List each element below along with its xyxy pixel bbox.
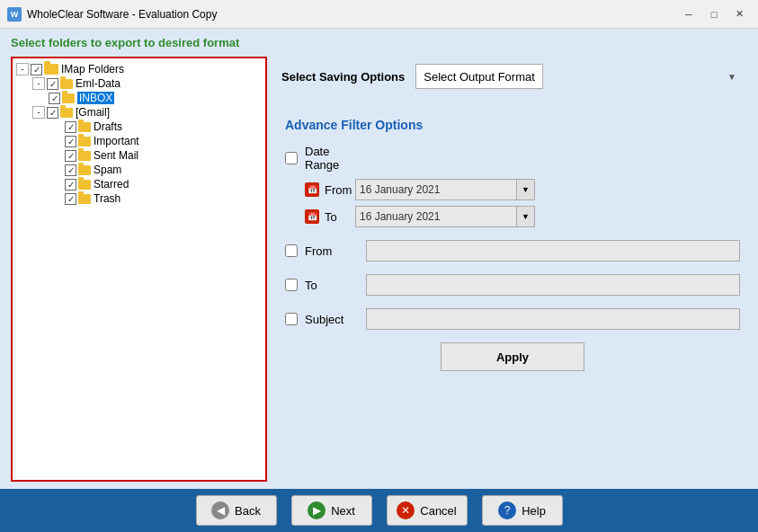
- checkbox-sentmail[interactable]: [65, 150, 76, 162]
- from-label: From: [305, 244, 359, 258]
- tree-item-emldata[interactable]: - Eml-Data: [16, 76, 262, 91]
- date-range-label: Date Range: [305, 145, 359, 172]
- date-from-dropdown[interactable]: ▼: [516, 180, 534, 200]
- checkbox-drafts[interactable]: [65, 121, 76, 133]
- window-content: Select folders to export to desired form…: [0, 29, 758, 489]
- output-format-wrapper: Select Output Format PST EML MSG MBOX PD…: [415, 64, 744, 89]
- checkbox-important[interactable]: [65, 136, 76, 147]
- date-from-value: 16 January 2021: [360, 183, 531, 196]
- label-imap: IMap Folders: [61, 63, 124, 75]
- from-checkbox[interactable]: [285, 244, 298, 257]
- close-button[interactable]: ✕: [727, 5, 751, 23]
- checkbox-inbox[interactable]: [49, 93, 60, 104]
- tree-item-trash[interactable]: Trash: [16, 191, 262, 206]
- window-controls: ─ □ ✕: [677, 5, 751, 23]
- main-area: - IMap Folders - Eml-Data INBOX -: [11, 57, 747, 482]
- saving-options-label: Select Saving Options: [281, 70, 405, 84]
- help-button[interactable]: ? Help: [482, 495, 563, 526]
- label-emldata: Eml-Data: [76, 77, 120, 90]
- tree-item-gmail[interactable]: - [Gmail]: [16, 105, 262, 120]
- folder-icon-trash: [78, 194, 91, 204]
- calendar-to-icon: 📅: [305, 209, 319, 224]
- help-icon: ?: [498, 501, 516, 519]
- tree-item-drafts[interactable]: Drafts: [16, 120, 262, 134]
- folder-icon-gmail: [60, 108, 73, 118]
- expand-emldata[interactable]: -: [32, 77, 45, 90]
- maximize-button[interactable]: □: [702, 5, 726, 23]
- to-input[interactable]: [366, 274, 740, 296]
- folder-icon-emldata: [60, 79, 73, 89]
- folder-icon-spam: [78, 165, 91, 175]
- filter-title: Advance Filter Options: [285, 118, 740, 132]
- next-button[interactable]: ▶ Next: [291, 495, 372, 526]
- tree-item-imap[interactable]: - IMap Folders: [16, 62, 262, 76]
- date-range-header: Date Range: [285, 145, 740, 172]
- apply-btn-row: Apply: [285, 342, 740, 371]
- checkbox-gmail[interactable]: [47, 107, 58, 119]
- label-trash: Trash: [94, 192, 120, 205]
- folder-panel: - IMap Folders - Eml-Data INBOX -: [11, 57, 267, 482]
- date-to-dropdown[interactable]: ▼: [516, 207, 534, 226]
- expand-imap[interactable]: -: [16, 63, 29, 75]
- label-inbox: INBOX: [77, 92, 114, 104]
- tree-item-inbox[interactable]: INBOX: [16, 91, 262, 105]
- title-bar: W WholeClear Software - Evaluation Copy …: [0, 0, 758, 29]
- folder-icon-imap: [44, 64, 58, 75]
- date-from-row: 📅 From 16 January 2021 ▼: [305, 179, 740, 200]
- from-input[interactable]: [366, 240, 740, 262]
- back-button[interactable]: ◀ Back: [196, 495, 277, 526]
- page-instruction: Select folders to export to desired form…: [11, 36, 747, 49]
- checkbox-imap[interactable]: [31, 64, 42, 75]
- checkbox-spam[interactable]: [65, 164, 76, 176]
- date-from-input[interactable]: 16 January 2021 ▼: [355, 179, 535, 200]
- tree-item-starred[interactable]: Starred: [16, 177, 262, 191]
- label-important: Important: [94, 135, 139, 147]
- to-checkbox[interactable]: [285, 279, 298, 291]
- next-icon: ▶: [308, 501, 325, 519]
- subject-input[interactable]: [366, 308, 740, 330]
- date-to-value: 16 January 2021: [360, 210, 531, 223]
- checkbox-starred[interactable]: [65, 179, 76, 191]
- output-format-select[interactable]: Select Output Format PST EML MSG MBOX PD…: [415, 64, 543, 89]
- cancel-button[interactable]: ✕ Cancel: [387, 495, 468, 526]
- date-rows: 📅 From 16 January 2021 ▼ 📅 To: [305, 179, 740, 227]
- minimize-button[interactable]: ─: [677, 5, 700, 23]
- checkbox-emldata[interactable]: [47, 78, 58, 90]
- label-sentmail: Sent Mail: [94, 149, 138, 162]
- label-gmail: [Gmail]: [76, 106, 110, 119]
- saving-options-row: Select Saving Options Select Output Form…: [278, 57, 747, 96]
- folder-icon-starred: [78, 180, 91, 190]
- title-bar-text: WholeClear Software - Evaluation Copy: [27, 8, 677, 21]
- tree-item-spam[interactable]: Spam: [16, 163, 262, 177]
- to-label: To: [305, 279, 359, 292]
- tree-item-important[interactable]: Important: [16, 134, 262, 148]
- back-label: Back: [235, 504, 261, 518]
- bottom-bar: ◀ Back ▶ Next ✕ Cancel ? Help: [0, 489, 758, 532]
- right-panel: Select Saving Options Select Output Form…: [278, 57, 747, 482]
- date-to-input[interactable]: 16 January 2021 ▼: [355, 206, 535, 227]
- cancel-label: Cancel: [420, 504, 456, 518]
- date-range-checkbox[interactable]: [285, 152, 298, 164]
- subject-checkbox[interactable]: [285, 313, 298, 325]
- date-to-label: To: [325, 210, 350, 224]
- subject-filter-row: Subject: [285, 308, 740, 330]
- folder-icon-inbox: [62, 93, 75, 103]
- date-from-label: From: [325, 183, 350, 197]
- label-drafts: Drafts: [94, 120, 122, 133]
- checkbox-trash[interactable]: [65, 193, 76, 205]
- calendar-from-icon: 📅: [305, 182, 319, 197]
- tree-item-sentmail[interactable]: Sent Mail: [16, 148, 262, 163]
- help-label: Help: [522, 504, 546, 518]
- to-filter-row: To: [285, 274, 740, 296]
- folder-icon-important: [78, 137, 91, 146]
- label-spam: Spam: [94, 164, 121, 176]
- select-arrow-icon: ▼: [727, 72, 736, 82]
- date-range-section: Date Range 📅 From 16 January 2021 ▼: [285, 145, 740, 227]
- back-icon: ◀: [211, 501, 229, 519]
- next-label: Next: [331, 504, 355, 518]
- apply-button[interactable]: Apply: [441, 342, 584, 371]
- folder-icon-sentmail: [78, 151, 91, 161]
- expand-gmail[interactable]: -: [32, 106, 45, 119]
- date-to-row: 📅 To 16 January 2021 ▼: [305, 206, 740, 227]
- folder-icon-drafts: [78, 122, 91, 132]
